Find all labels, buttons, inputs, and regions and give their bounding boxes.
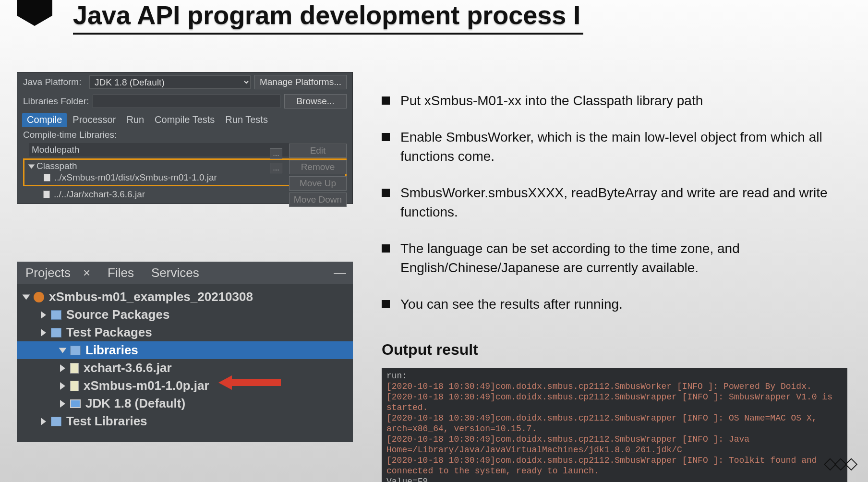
move-down-button[interactable]: Move Down	[289, 193, 347, 207]
callout-arrow-icon	[218, 374, 281, 391]
slide-title: Java API program development process I	[73, 0, 583, 35]
chevron-right-icon	[60, 382, 65, 390]
tab-files[interactable]: Files	[99, 262, 143, 284]
java-platform-label: Java Platform:	[23, 77, 85, 87]
package-icon	[51, 310, 61, 320]
bullet-list: Put xSmbus-M01-xx into the Classpath lib…	[382, 91, 839, 331]
tab-run-tests[interactable]: Run Tests	[220, 113, 273, 127]
console-line: [2020-10-18 10:30:49]com.doidx.smbus.cp2…	[386, 455, 843, 476]
tab-compile-tests[interactable]: Compile Tests	[150, 113, 219, 127]
console-line: [2020-10-18 10:30:49]com.doidx.smbus.cp2…	[386, 413, 843, 434]
chevron-right-icon	[41, 311, 46, 319]
console-line: run:	[386, 371, 843, 381]
library-icon	[70, 346, 81, 355]
footer-deco-icon: ◇◇◇	[824, 453, 856, 472]
more-button[interactable]: …	[270, 163, 282, 173]
chevron-down-icon	[23, 294, 30, 300]
tab-services[interactable]: Services	[143, 262, 208, 284]
package-icon	[51, 328, 61, 337]
console-line: [2020-10-18 10:30:49]com.doidx.smbus.cp2…	[386, 434, 843, 455]
expand-icon	[28, 164, 35, 169]
jar-icon	[70, 363, 79, 374]
minimize-icon[interactable]: —	[327, 262, 353, 284]
console-line: [2020-10-18 10:30:49]com.doidx.smbus.cp2…	[386, 381, 843, 392]
bullet-item: SmbusWorker.smbusXXXX, readByteArray and…	[382, 183, 839, 222]
svg-marker-0	[218, 375, 281, 390]
library-jar-node[interactable]: xchart-3.6.6.jar	[20, 359, 350, 377]
library-jar-node[interactable]: xSmbus-m01-1.0p.jar	[20, 377, 350, 395]
test-packages-node[interactable]: Test Packages	[20, 324, 350, 341]
projects-tabs: Projects× Files Services —	[17, 262, 353, 284]
console-output: run: [2020-10-18 10:30:49]com.doidx.smbu…	[382, 368, 847, 482]
remove-button[interactable]: Remove	[289, 160, 347, 174]
square-bullet-icon	[382, 244, 390, 253]
projects-panel: Projects× Files Services — xSmbus-m01_ex…	[17, 262, 353, 442]
output-result-heading: Output result	[382, 341, 478, 359]
manage-platforms-button[interactable]: Manage Platforms...	[254, 75, 347, 89]
jar-icon	[44, 174, 50, 181]
square-bullet-icon	[382, 300, 390, 308]
jar-icon	[43, 191, 50, 198]
edit-button[interactable]: Edit	[289, 144, 347, 158]
chevron-right-icon	[41, 329, 46, 337]
close-icon[interactable]: ×	[74, 262, 99, 284]
chevron-right-icon	[60, 400, 65, 408]
square-bullet-icon	[382, 189, 390, 197]
more-button[interactable]: …	[270, 148, 282, 159]
jar-icon	[70, 381, 79, 391]
settings-tabs: Compile Processor Run Compile Tests Run …	[17, 111, 352, 127]
compile-time-libraries-label: Compile-time Libraries:	[23, 130, 347, 140]
libraries-node[interactable]: Libraries	[17, 341, 353, 359]
java-project-icon	[34, 292, 44, 302]
chevron-down-icon	[59, 348, 67, 353]
jdk-node[interactable]: JDK 1.8 (Default)	[20, 395, 350, 412]
tab-projects[interactable]: Projects	[17, 262, 79, 284]
classpath-settings-panel: Java Platform: JDK 1.8 (Default) Manage …	[17, 72, 353, 204]
classpath-buttons: Edit Remove Move Up Move Down	[289, 144, 347, 207]
tab-run[interactable]: Run	[121, 113, 149, 127]
move-up-button[interactable]: Move Up	[289, 176, 347, 191]
chevron-right-icon	[41, 418, 46, 425]
title-badge-icon	[17, 0, 52, 26]
chevron-right-icon	[60, 364, 65, 372]
console-line: Value=F9	[386, 476, 843, 482]
bullet-item: Enable SmbusWorker, which is the main lo…	[382, 128, 839, 166]
java-platform-select[interactable]: JDK 1.8 (Default)	[89, 75, 251, 89]
browse-button[interactable]: Browse...	[284, 94, 347, 108]
tab-compile[interactable]: Compile	[22, 113, 67, 127]
source-packages-node[interactable]: Source Packages	[20, 306, 350, 324]
bullet-item: Put xSmbus-M01-xx into the Classpath lib…	[382, 91, 839, 110]
bullet-item: The language can be set according to the…	[382, 239, 839, 277]
jdk-icon	[70, 399, 81, 408]
slide: Java API program development process I J…	[0, 0, 868, 482]
test-libraries-node[interactable]: Test Libraries	[20, 412, 350, 430]
console-line: [2020-10-18 10:30:49]com.doidx.smbus.cp2…	[386, 392, 843, 413]
tab-processor[interactable]: Processor	[68, 113, 121, 127]
libraries-folder-input[interactable]	[93, 95, 280, 108]
bullet-item: You can see the results after running.	[382, 295, 839, 314]
square-bullet-icon	[382, 96, 390, 105]
project-root-node[interactable]: xSmbus-m01_examples_20210308	[20, 288, 350, 306]
library-icon	[51, 417, 61, 426]
libraries-folder-label: Libraries Folder:	[23, 96, 89, 107]
square-bullet-icon	[382, 133, 390, 141]
